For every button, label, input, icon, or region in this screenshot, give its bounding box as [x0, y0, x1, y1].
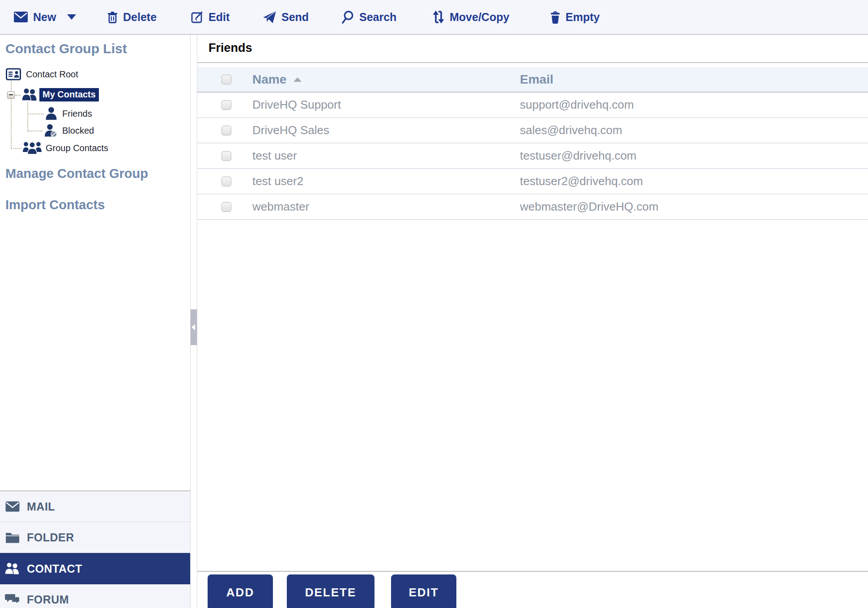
table-row[interactable]: DriveHQ Sales sales@drivehq.com — [197, 118, 868, 144]
column-header-name[interactable]: Name — [252, 72, 286, 87]
trash-icon — [107, 11, 118, 24]
move-copy-arrows-icon — [432, 10, 445, 24]
row-checkbox[interactable] — [221, 202, 231, 212]
tree-connector-line — [11, 148, 21, 149]
contact-name: test user — [252, 149, 520, 163]
sidebar-splitter — [191, 35, 197, 608]
contact-name: DriveHQ Support — [252, 98, 520, 112]
delete-button[interactable]: Delete — [107, 0, 157, 34]
contact-email: testuser@drivehq.com — [520, 149, 868, 163]
select-all-checkbox[interactable] — [221, 75, 231, 84]
tree-node-blocked[interactable]: Blocked — [44, 124, 94, 138]
row-checkbox[interactable] — [221, 126, 231, 135]
tree-node-contact-root[interactable]: Contact Root — [6, 68, 78, 81]
contact-email: support@drivehq.com — [520, 98, 868, 112]
tree-node-group-contacts[interactable]: Group Contacts — [22, 141, 108, 155]
table-row[interactable]: DriveHQ Support support@drivehq.com — [197, 93, 868, 118]
table-row[interactable]: webmaster webmaster@DriveHQ.com — [197, 194, 868, 220]
tree-label-blocked: Blocked — [62, 126, 94, 136]
send-label: Send — [281, 11, 309, 24]
move-copy-button[interactable]: Move/Copy — [432, 0, 509, 34]
content-area: Contact Group List Contact Root — [0, 35, 868, 608]
table-row[interactable]: test user testuser@drivehq.com — [197, 144, 868, 169]
nav-label-mail: MAIL — [27, 500, 55, 513]
import-contacts-link[interactable]: Import Contacts — [5, 198, 105, 212]
move-copy-label: Move/Copy — [450, 11, 509, 24]
sort-ascending-icon[interactable] — [294, 77, 302, 82]
paper-plane-icon — [263, 10, 277, 24]
tree-connector-line — [27, 102, 28, 131]
edit-label: Edit — [208, 11, 230, 24]
contact-name: test user2 — [252, 174, 520, 188]
nav-label-contact: CONTACT — [27, 562, 82, 575]
nav-item-folder[interactable]: FOLDER — [0, 522, 190, 553]
contact-list-panel: Friends Name Email DriveHQ Support suppo… — [197, 35, 868, 608]
delete-label: Delete — [123, 11, 157, 24]
column-header-email[interactable]: Email — [520, 72, 868, 87]
search-button[interactable]: Search — [341, 0, 396, 34]
sidebar-collapse-handle[interactable] — [191, 309, 197, 345]
tree-label-group-contacts: Group Contacts — [46, 143, 108, 153]
contact-email: testuser2@drivehq.com — [520, 174, 868, 188]
delete-contact-button[interactable]: DELETE — [287, 574, 374, 608]
collapse-minus-icon[interactable] — [7, 91, 15, 99]
contact-email: webmaster@DriveHQ.com — [520, 200, 868, 214]
tree-label-contact-root: Contact Root — [26, 69, 78, 80]
folder-icon — [4, 532, 21, 543]
envelope-icon — [13, 11, 28, 23]
sidebar: Contact Group List Contact Root — [0, 35, 191, 608]
actions-divider — [197, 571, 868, 572]
edit-contact-button[interactable]: EDIT — [391, 574, 456, 608]
tree-label-friends: Friends — [62, 109, 92, 119]
group-people-icon — [22, 141, 42, 155]
empty-button[interactable]: Empty — [550, 0, 600, 34]
row-checkbox[interactable] — [221, 151, 231, 161]
contact-email: sales@drivehq.com — [520, 123, 868, 137]
contact-name: DriveHQ Sales — [252, 123, 520, 137]
tree-connector-line — [28, 131, 43, 131]
person-icon — [45, 107, 58, 120]
table-header-row: Name Email — [197, 67, 868, 93]
mail-icon — [4, 501, 21, 512]
edit-button[interactable]: Edit — [191, 0, 230, 34]
nav-item-mail[interactable]: MAIL — [0, 491, 190, 522]
two-people-icon — [21, 88, 38, 101]
toolbar: New Delete Edit — [0, 0, 868, 35]
nav-item-forum[interactable]: FORUM — [0, 584, 190, 608]
bottom-nav: MAIL FOLDER — [0, 490, 190, 608]
table-row[interactable]: test user2 testuser2@drivehq.com — [197, 169, 868, 194]
search-icon — [341, 10, 354, 24]
new-button[interactable]: New — [13, 0, 76, 34]
nav-item-contact[interactable]: CONTACT — [0, 553, 190, 584]
contact-group-list-title: Contact Group List — [5, 41, 127, 56]
tree-connector-line — [28, 114, 43, 114]
tree-label-my-contacts: My Contacts — [39, 88, 99, 101]
tree-node-my-contacts[interactable]: My Contacts — [7, 88, 99, 101]
add-button[interactable]: ADD — [208, 574, 273, 608]
manage-contact-group-link[interactable]: Manage Contact Group — [5, 166, 148, 181]
pencil-square-icon — [191, 11, 204, 23]
tree-node-friends[interactable]: Friends — [45, 107, 92, 120]
contact-people-icon — [4, 562, 21, 575]
collapse-left-arrow-icon — [191, 324, 195, 330]
nav-label-forum: FORUM — [27, 593, 69, 606]
new-label: New — [33, 11, 56, 24]
blocked-person-icon — [44, 124, 59, 138]
contact-card-icon — [6, 68, 21, 81]
send-button[interactable]: Send — [263, 0, 309, 34]
panel-title: Friends — [197, 35, 868, 63]
search-label: Search — [359, 11, 396, 24]
contact-name: webmaster — [252, 200, 520, 214]
forum-chat-icon — [4, 593, 21, 606]
chevron-down-icon — [67, 14, 76, 20]
row-checkbox[interactable] — [221, 177, 231, 186]
nav-label-folder: FOLDER — [27, 531, 74, 544]
empty-trash-icon — [550, 10, 561, 24]
empty-label: Empty — [566, 11, 600, 24]
row-checkbox[interactable] — [221, 100, 231, 110]
